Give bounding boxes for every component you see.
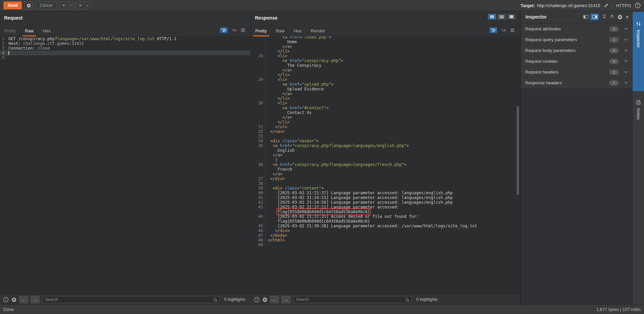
- request-editor[interactable]: 1GET /conspiracy.php?language=/var/www/h…: [0, 36, 251, 294]
- line-number: 44: [251, 214, 265, 219]
- search-next-button[interactable]: →: [31, 296, 39, 303]
- line-number: 28: [251, 54, 265, 58]
- line-number: [251, 158, 265, 162]
- response-scrollbar[interactable]: [517, 106, 519, 195]
- next-request-button[interactable]: >: [76, 2, 85, 9]
- chevron-down-icon[interactable]: [624, 28, 628, 30]
- code-line: 42 [2025-03-02 21:24:56] Language parame…: [251, 200, 520, 205]
- count-badge: 0: [609, 48, 619, 53]
- code-line: Home: [251, 39, 520, 44]
- word-wrap-icon[interactable]: [489, 27, 497, 33]
- send-settings-button[interactable]: [24, 1, 33, 9]
- search-previous-button[interactable]: ←: [19, 296, 28, 303]
- code-line: 47 </body>: [251, 233, 520, 238]
- line-number: [251, 58, 265, 63]
- response-editor[interactable]: <a href="index.php"> Home </a> </li>28 <…: [251, 36, 520, 294]
- close-icon[interactable]: ×: [625, 14, 629, 20]
- code-line: <a href="index.php">: [251, 36, 520, 39]
- inspector-section-response-headers[interactable]: Response headers7: [521, 78, 632, 88]
- request-tabs: PrettyRawHex: [4, 28, 51, 33]
- side-tab-strip: InspectorNotes: [632, 11, 644, 305]
- search-help-icon[interactable]: ?: [254, 297, 260, 303]
- count-badge: 2: [609, 69, 619, 75]
- inspector-section-request-cookies[interactable]: Request cookies0: [521, 56, 632, 66]
- tab-raw[interactable]: Raw: [276, 28, 285, 33]
- chevron-down-icon[interactable]: [624, 71, 628, 73]
- code-line: 1GET /conspiracy.php?language=/var/www/h…: [0, 36, 251, 41]
- response-panel: Response PrettyRawHexRender \n <a href="…: [251, 11, 520, 305]
- http-version-selector[interactable]: HTTP/1: [616, 3, 631, 8]
- request-panel: Request PrettyRawHex \n 1GET /conspiracy…: [0, 11, 251, 305]
- layout-columns-button[interactable]: [488, 14, 496, 20]
- show-newlines-icon[interactable]: \n: [502, 28, 506, 32]
- line-number: [251, 39, 265, 44]
- line-number: 43: [251, 205, 265, 209]
- search-help-icon[interactable]: ?: [3, 297, 9, 303]
- next-request-split-button[interactable]: > ▾: [76, 1, 90, 9]
- next-request-dropdown[interactable]: ▾: [85, 2, 90, 9]
- inspector-section-request-body-parameters[interactable]: Request body parameters0: [521, 45, 632, 56]
- previous-request-split-button[interactable]: < ▾: [59, 1, 73, 9]
- notes-tab-icon: [636, 100, 641, 105]
- previous-request-button[interactable]: <: [60, 2, 68, 9]
- dock-left-icon[interactable]: [581, 13, 590, 20]
- request-search-input[interactable]: [42, 296, 220, 303]
- tab-hex[interactable]: Hex: [294, 28, 301, 33]
- search-settings-icon[interactable]: [262, 297, 267, 302]
- code-line: </a>: [251, 91, 520, 96]
- search-settings-icon[interactable]: [11, 297, 17, 302]
- show-newlines-icon[interactable]: \n: [232, 28, 236, 32]
- code-line: 4: [0, 51, 251, 55]
- line-number: 5: [0, 55, 6, 60]
- code-line: 35 <a href="conspiracy.php?language=lang…: [251, 143, 520, 148]
- target-label: Target:: [520, 3, 535, 8]
- response-panel-title: Response: [255, 15, 278, 21]
- line-number: 1: [0, 36, 6, 41]
- search-previous-button[interactable]: ←: [270, 296, 279, 303]
- editor-menu-icon[interactable]: [510, 28, 515, 32]
- tab-render[interactable]: Render: [311, 28, 325, 33]
- response-tabs: PrettyRawHexRender: [255, 28, 325, 33]
- inspector-section-request-attributes[interactable]: Request attributes2: [521, 24, 632, 34]
- previous-request-dropdown[interactable]: ▾: [68, 2, 73, 9]
- cancel-button[interactable]: Cancel: [35, 1, 57, 9]
- code-line: 45 [2025-03-02 21:39:28] Language parame…: [251, 224, 520, 228]
- side-tab-inspector[interactable]: Inspector: [633, 12, 644, 91]
- chevron-down-icon[interactable]: [624, 49, 628, 52]
- send-button[interactable]: Send: [3, 1, 22, 9]
- dock-right-icon[interactable]: [590, 13, 599, 20]
- inspector-section-request-query-parameters[interactable]: Request query parameters1: [521, 34, 632, 45]
- layout-rows-button[interactable]: [497, 14, 506, 20]
- word-wrap-icon[interactable]: [220, 27, 228, 33]
- layout-single-button[interactable]: [507, 14, 516, 20]
- code-line: </a>: [251, 153, 520, 158]
- code-line: <a href="upload.php">: [251, 82, 520, 87]
- editor-menu-icon[interactable]: [241, 28, 245, 32]
- response-search-input[interactable]: [293, 296, 412, 303]
- section-label: Request query parameters: [525, 37, 609, 42]
- code-line: 41 [2025-03-02 21:24:53] Language parame…: [251, 195, 520, 200]
- pencil-icon[interactable]: [604, 3, 609, 8]
- expand-all-icon[interactable]: [602, 15, 607, 19]
- tab-pretty[interactable]: Pretty: [255, 28, 267, 33]
- chevron-down-icon[interactable]: [624, 82, 628, 84]
- side-tab-notes[interactable]: Notes: [633, 94, 644, 145]
- line-number: [251, 148, 265, 153]
- tab-hex[interactable]: Hex: [43, 28, 51, 33]
- help-icon[interactable]: ?: [635, 2, 641, 8]
- request-highlights-count: 0 highlights: [224, 297, 246, 302]
- collapse-all-icon[interactable]: [610, 15, 614, 19]
- chevron-down-icon[interactable]: [624, 38, 628, 41]
- code-line: French: [251, 167, 520, 172]
- chevron-down-icon[interactable]: [624, 60, 628, 62]
- response-metrics: 1,677 bytes | 107 millis: [596, 307, 641, 312]
- line-number: [251, 219, 265, 224]
- inspector-settings-icon[interactable]: [617, 15, 622, 20]
- tab-pretty[interactable]: Pretty: [4, 28, 16, 33]
- side-tab-label: Inspector: [636, 30, 641, 48]
- line-number: 4: [0, 51, 6, 55]
- line-number: 2: [0, 41, 6, 46]
- inspector-section-request-headers[interactable]: Request headers2: [521, 67, 632, 77]
- search-next-button[interactable]: →: [282, 296, 290, 303]
- tab-raw[interactable]: Raw: [25, 28, 34, 33]
